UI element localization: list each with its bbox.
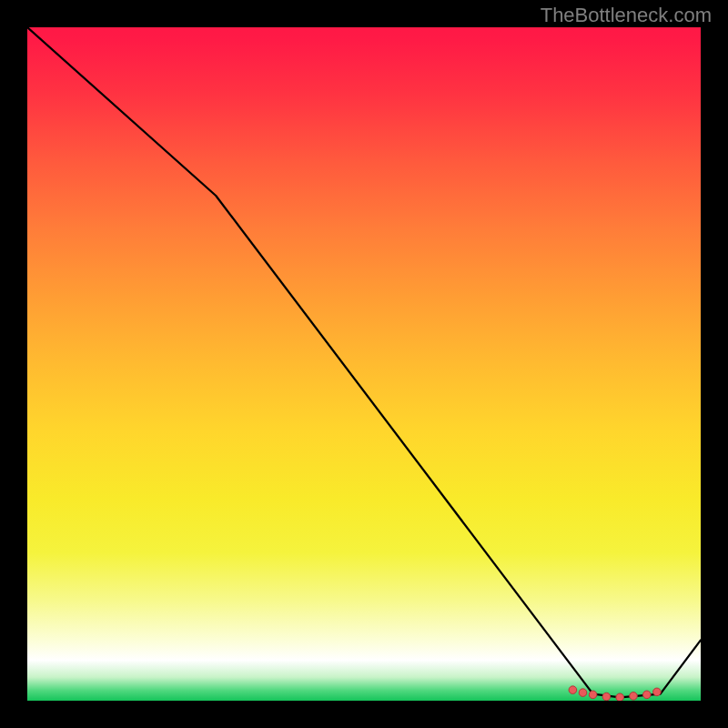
marker-dot xyxy=(653,688,662,696)
marker-dot xyxy=(630,693,638,701)
chart-svg xyxy=(27,27,701,701)
marker-dot xyxy=(602,693,611,701)
marker-dot xyxy=(616,693,624,701)
chart-container: TheBottleneck.com xyxy=(0,0,728,728)
marker-dot xyxy=(579,689,587,697)
plot-area xyxy=(27,27,701,701)
min-region-markers xyxy=(569,686,661,701)
marker-dot xyxy=(569,686,577,694)
watermark-text: TheBottleneck.com xyxy=(541,4,712,27)
curve-line xyxy=(27,27,701,697)
marker-dot xyxy=(589,691,597,699)
marker-dot xyxy=(643,691,652,699)
